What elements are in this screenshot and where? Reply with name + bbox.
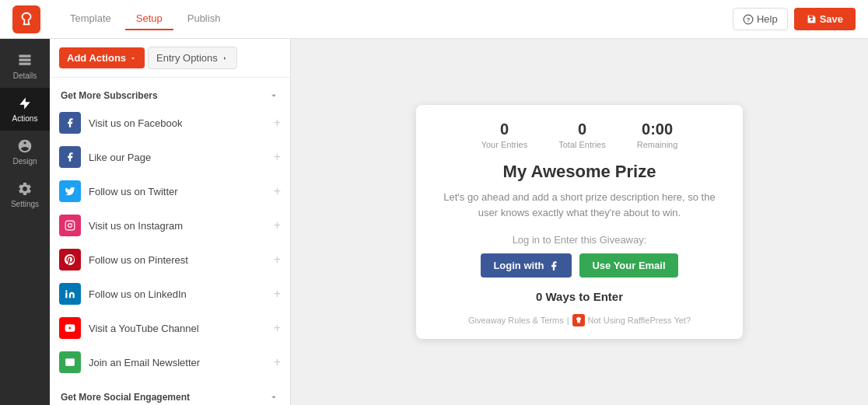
action-youtube-visit[interactable]: Visit a YouTube Channel + xyxy=(50,311,290,345)
top-right-actions: ? Help Save xyxy=(733,8,856,30)
footer-separator: | xyxy=(567,316,569,325)
facebook-like-label: Like our Page xyxy=(89,152,266,163)
svg-text:?: ? xyxy=(747,16,751,23)
login-buttons: Login with Use Your Email xyxy=(435,253,724,278)
svg-rect-2 xyxy=(65,221,75,230)
svg-point-3 xyxy=(68,224,72,228)
tab-template[interactable]: Template xyxy=(59,8,122,30)
actions-icon xyxy=(17,96,33,111)
action-twitter-follow[interactable]: Follow us on Twitter + xyxy=(50,174,290,208)
section-social-title: Get More Social Engagement xyxy=(61,392,190,403)
action-pinterest-follow[interactable]: Follow us on Pinterest + xyxy=(50,243,290,277)
linkedin-follow-label: Follow us on LinkedIn xyxy=(89,288,266,300)
instagram-visit-label: Visit us on Instagram xyxy=(89,220,266,232)
facebook-like-icon xyxy=(59,146,81,168)
footer-rafflepress-logo xyxy=(572,314,585,326)
fb-login-icon xyxy=(548,260,559,271)
help-icon: ? xyxy=(743,14,754,25)
sidebar-settings-label: Settings xyxy=(11,200,39,208)
sidebar-item-design[interactable]: Design xyxy=(0,131,50,173)
top-bar: Template Setup Publish ? Help Save xyxy=(0,0,868,39)
actions-toolbar: Add Actions Entry Options xyxy=(50,39,290,78)
section-social-collapse-icon[interactable] xyxy=(268,392,279,403)
pinterest-follow-label: Follow us on Pinterest xyxy=(89,254,266,266)
icon-sidebar: Details Actions Design Settings xyxy=(0,39,50,405)
instagram-icon xyxy=(65,220,75,231)
footer-cta-link[interactable]: Not Using RafflePress Yet? xyxy=(588,316,691,325)
footer-rules-link[interactable]: Giveaway Rules & Terms xyxy=(468,316,564,325)
entry-options-label: Entry Options xyxy=(156,52,218,64)
svg-point-4 xyxy=(72,222,73,223)
linkedin-follow-add[interactable]: + xyxy=(274,288,281,300)
instagram-visit-add[interactable]: + xyxy=(274,219,281,232)
twitter-follow-add[interactable]: + xyxy=(274,185,281,197)
tab-publish[interactable]: Publish xyxy=(177,8,232,30)
youtube-visit-icon xyxy=(59,317,81,339)
chevron-right-icon xyxy=(221,54,229,62)
facebook-visit-icon xyxy=(59,112,81,134)
sidebar-item-actions[interactable]: Actions xyxy=(0,88,50,131)
sidebar-design-label: Design xyxy=(12,157,37,166)
chevron-down-icon xyxy=(129,54,137,62)
remaining-label: Remaining xyxy=(637,140,678,149)
pinterest-follow-add[interactable]: + xyxy=(274,253,281,266)
pinterest-follow-icon xyxy=(59,249,81,271)
twitter-icon xyxy=(65,186,75,197)
help-label: Help xyxy=(757,13,778,25)
remaining-value: 0:00 xyxy=(637,120,678,138)
save-label: Save xyxy=(820,13,843,25)
action-facebook-like[interactable]: Like our Page + xyxy=(50,140,290,174)
tab-setup[interactable]: Setup xyxy=(125,8,173,30)
stats-row: 0 Your Entries 0 Total Entries 0:00 Rema… xyxy=(435,120,724,149)
stat-your-entries: 0 Your Entries xyxy=(481,120,528,149)
instagram-visit-icon xyxy=(59,215,81,236)
twitter-follow-label: Follow us on Twitter xyxy=(89,186,266,197)
email-newsletter-label: Join an Email Newsletter xyxy=(89,357,266,368)
design-icon xyxy=(17,138,33,154)
section-header-subscribers: Get More Subscribers xyxy=(50,84,290,106)
youtube-visit-add[interactable]: + xyxy=(274,322,281,334)
facebook-icon-2 xyxy=(65,152,75,162)
sidebar-item-details[interactable]: Details xyxy=(0,45,50,88)
prize-title: My Awesome Prize xyxy=(435,162,724,182)
sidebar-actions-label: Actions xyxy=(12,114,38,123)
linkedin-icon xyxy=(65,288,75,299)
save-button[interactable]: Save xyxy=(794,8,856,30)
section-subscribers-title: Get More Subscribers xyxy=(61,90,158,101)
facebook-like-add[interactable]: + xyxy=(274,151,281,163)
entry-options-button[interactable]: Entry Options xyxy=(148,47,237,69)
footer-links: Giveaway Rules & Terms | Not Using Raffl… xyxy=(435,314,724,326)
add-actions-label: Add Actions xyxy=(67,52,126,64)
facebook-icon xyxy=(65,117,75,128)
action-facebook-visit[interactable]: Visit us on Facebook + xyxy=(50,106,290,140)
action-email-newsletter[interactable]: Join an Email Newsletter + xyxy=(50,345,290,379)
section-collapse-icon[interactable] xyxy=(268,90,279,101)
login-facebook-label: Login with xyxy=(493,260,544,271)
help-button[interactable]: ? Help xyxy=(733,8,788,30)
your-entries-label: Your Entries xyxy=(481,140,528,149)
login-email-label: Use Your Email xyxy=(592,260,665,271)
facebook-visit-add[interactable]: + xyxy=(274,117,281,129)
email-icon xyxy=(65,357,75,368)
facebook-login-button[interactable]: Login with xyxy=(481,253,572,278)
section-header-social: Get More Social Engagement xyxy=(50,386,290,405)
logo-icon xyxy=(18,11,35,28)
twitter-follow-icon xyxy=(59,180,81,202)
email-login-button[interactable]: Use Your Email xyxy=(579,253,677,278)
your-entries-value: 0 xyxy=(481,120,528,138)
footer-logo-icon xyxy=(575,316,583,324)
pinterest-icon xyxy=(65,254,75,265)
sidebar-item-settings[interactable]: Settings xyxy=(0,173,50,216)
action-linkedin-follow[interactable]: Follow us on LinkedIn + xyxy=(50,277,290,311)
preview-card: 0 Your Entries 0 Total Entries 0:00 Rema… xyxy=(416,105,743,339)
total-entries-value: 0 xyxy=(558,120,606,138)
add-actions-button[interactable]: Add Actions xyxy=(59,47,145,68)
action-instagram-visit[interactable]: Visit us on Instagram + xyxy=(50,208,290,243)
save-icon xyxy=(807,14,817,24)
nav-tabs: Template Setup Publish xyxy=(59,8,714,30)
actions-panel: Add Actions Entry Options Get More Subsc… xyxy=(50,39,291,405)
youtube-visit-label: Visit a YouTube Channel xyxy=(89,323,266,334)
login-label: Log in to Enter this Giveaway: xyxy=(435,234,724,246)
facebook-visit-label: Visit us on Facebook xyxy=(89,117,266,129)
email-newsletter-add[interactable]: + xyxy=(274,356,281,368)
